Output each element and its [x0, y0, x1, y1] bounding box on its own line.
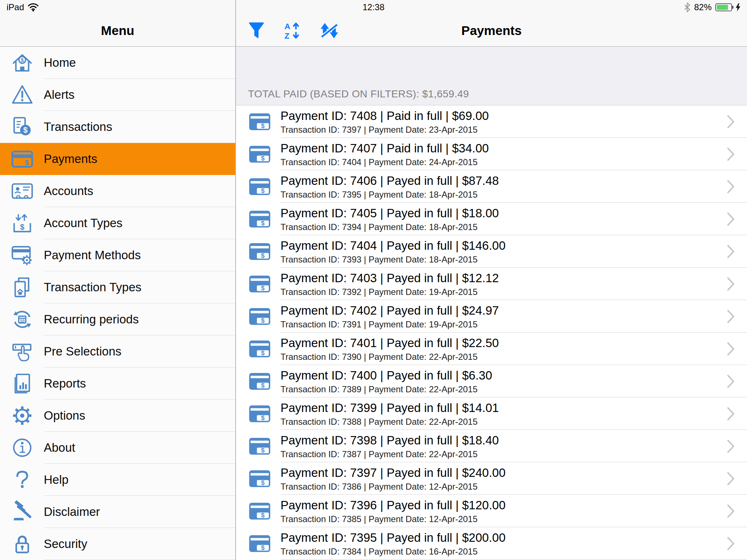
sidebar-item-payment-methods[interactable]: Payment Methods [0, 239, 235, 271]
sidebar-item-payments[interactable]: Payments [0, 143, 235, 175]
payment-title: Payment ID: 7405 | Payed in full | $18.0… [280, 206, 747, 221]
sidebar-item-account-types[interactable]: Account Types [0, 207, 235, 239]
chevron-right-icon [727, 342, 735, 356]
sidebar-item-transaction-types[interactable]: Transaction Types [0, 271, 235, 303]
chevron-right-icon [727, 439, 735, 453]
card-gear-icon [11, 244, 34, 267]
sidebar-item-home[interactable]: Home [0, 47, 235, 79]
sidebar-item-label: Alerts [44, 88, 74, 102]
sidebar-item-label: Pre Selections [44, 345, 121, 358]
total-paid-label: TOTAL PAID (BASED ON FILTERS): $1,659.49 [248, 88, 469, 100]
toolbar: A Z [248, 15, 338, 47]
payment-text: Payment ID: 7398 | Payed in full | $18.4… [280, 433, 747, 460]
payment-text: Payment ID: 7407 | Paid in full | $34.00… [280, 141, 747, 168]
sidebar-item-label: Payments [44, 152, 97, 166]
sidebar-item-label: Transactions [44, 120, 112, 134]
payment-title: Payment ID: 7400 | Payed in full | $6.30 [280, 369, 747, 383]
payment-card-icon [11, 148, 34, 170]
question-mark-icon [11, 468, 34, 491]
info-circle-icon [11, 436, 34, 459]
sort-direction-button[interactable] [321, 22, 338, 39]
payment-card-icon [248, 340, 271, 358]
chevron-right-icon [727, 115, 735, 129]
payment-text: Payment ID: 7402 | Payed in full | $24.9… [280, 303, 747, 330]
sidebar-item-disclaimer[interactable]: Disclaimer [0, 496, 235, 528]
payment-row[interactable]: Payment ID: 7402 | Payed in full | $24.9… [236, 300, 747, 332]
svg-text:A: A [285, 22, 290, 31]
payment-row[interactable]: Payment ID: 7397 | Payed in full | $240.… [236, 462, 747, 495]
payment-card-icon [248, 502, 271, 520]
payment-card-icon [248, 210, 271, 228]
payment-title: Payment ID: 7404 | Payed in full | $146.… [280, 239, 747, 253]
payment-row[interactable]: Payment ID: 7408 | Paid in full | $69.00… [236, 105, 747, 138]
payment-subtitle: Transaction ID: 7390 | Payment Date: 22-… [280, 352, 747, 362]
sidebar-item-reports[interactable]: Reports [0, 368, 235, 400]
payment-title: Payment ID: 7399 | Payed in full | $14.0… [280, 401, 747, 415]
payment-row[interactable]: Payment ID: 7399 | Payed in full | $14.0… [236, 397, 747, 430]
top-chrome: iPad 12:38 [0, 0, 747, 47]
sidebar-item-accounts[interactable]: Accounts [0, 175, 235, 207]
sidebar-item-transactions[interactable]: Transactions [0, 111, 235, 143]
payment-row[interactable]: Payment ID: 7401 | Payed in full | $22.5… [236, 332, 747, 365]
sort-direction-icon [320, 22, 338, 39]
chevron-right-icon [727, 147, 735, 161]
battery-icon [715, 3, 732, 11]
payment-card-icon [248, 307, 271, 326]
payment-row[interactable]: Payment ID: 7403 | Payed in full | $12.1… [236, 268, 747, 300]
payment-card-icon [248, 470, 271, 488]
alert-triangle-icon [11, 83, 34, 106]
payment-text: Payment ID: 7397 | Payed in full | $240.… [280, 465, 747, 492]
payment-text: Payment ID: 7400 | Payed in full | $6.30… [280, 368, 747, 395]
payment-card-icon [248, 242, 271, 261]
chevron-right-icon [727, 374, 735, 388]
payment-card-icon [248, 534, 271, 553]
payment-subtitle: Transaction ID: 7404 | Payment Date: 24-… [280, 157, 747, 167]
sidebar-item-alerts[interactable]: Alerts [0, 79, 235, 111]
payment-subtitle: Transaction ID: 7391 | Payment Date: 19-… [280, 319, 747, 330]
sidebar-item-security[interactable]: Security [0, 528, 235, 560]
sidebar-item-pre-selections[interactable]: Pre Selections [0, 335, 235, 368]
sidebar-item-about[interactable]: About [0, 432, 235, 464]
payment-title: Payment ID: 7406 | Payed in full | $87.4… [280, 174, 747, 188]
payment-subtitle: Transaction ID: 7388 | Payment Date: 22-… [280, 417, 747, 427]
sidebar-item-label: Transaction Types [44, 280, 142, 294]
filter-button[interactable] [248, 22, 265, 39]
payment-row[interactable]: Payment ID: 7398 | Payed in full | $18.4… [236, 430, 747, 462]
home-dollar-icon [11, 51, 34, 74]
payment-subtitle: Transaction ID: 7384 | Payment Date: 16-… [280, 547, 747, 557]
payment-row[interactable]: Payment ID: 7400 | Payed in full | $6.30… [236, 365, 747, 397]
sidebar-item-label: Disclaimer [44, 505, 100, 519]
payment-row[interactable]: Payment ID: 7407 | Paid in full | $34.00… [236, 138, 747, 170]
payment-subtitle: Transaction ID: 7395 | Payment Date: 18-… [280, 190, 747, 200]
svg-text:Z: Z [285, 31, 289, 39]
app-root: iPad 12:38 [0, 0, 747, 560]
payment-row[interactable]: Payment ID: 7405 | Payed in full | $18.0… [236, 203, 747, 235]
payment-row[interactable]: Payment ID: 7404 | Payed in full | $146.… [236, 235, 747, 268]
gear-icon [11, 404, 34, 427]
panel-divider [235, 0, 236, 560]
payment-title: Payment ID: 7397 | Payed in full | $240.… [280, 466, 747, 480]
sidebar-item-help[interactable]: Help [0, 464, 235, 496]
sort-alpha-button[interactable]: A Z [285, 22, 301, 39]
payment-subtitle: Transaction ID: 7385 | Payment Date: 12-… [280, 514, 747, 524]
payment-text: Payment ID: 7408 | Paid in full | $69.00… [280, 108, 747, 135]
sidebar-item-label: Account Types [44, 216, 123, 230]
payment-card-icon [248, 275, 271, 293]
accounts-card-icon [11, 180, 34, 202]
chevron-right-icon [727, 537, 735, 551]
sidebar-item-label: About [44, 441, 75, 455]
sidebar-item-label: Home [44, 56, 76, 70]
hand-select-icon [11, 340, 34, 363]
payment-row[interactable]: Payment ID: 7396 | Payed in full | $120.… [236, 495, 747, 527]
payment-card-icon [248, 405, 271, 423]
sidebar-item-label: Accounts [44, 184, 93, 198]
sidebar-item-recurring-periods[interactable]: Recurring periods [0, 303, 235, 335]
sidebar-item-options[interactable]: Options [0, 400, 235, 432]
payment-row[interactable]: Payment ID: 7406 | Payed in full | $87.4… [236, 170, 747, 203]
payment-row[interactable]: Payment ID: 7395 | Payed in full | $200.… [236, 527, 747, 560]
gavel-icon [11, 501, 34, 523]
payments-panel: TOTAL PAID (BASED ON FILTERS): $1,659.49… [236, 47, 747, 560]
nav-bar: Menu Payments A Z [0, 15, 747, 47]
payment-card-icon [248, 113, 271, 131]
sidebar-item-label: Reports [44, 377, 86, 390]
